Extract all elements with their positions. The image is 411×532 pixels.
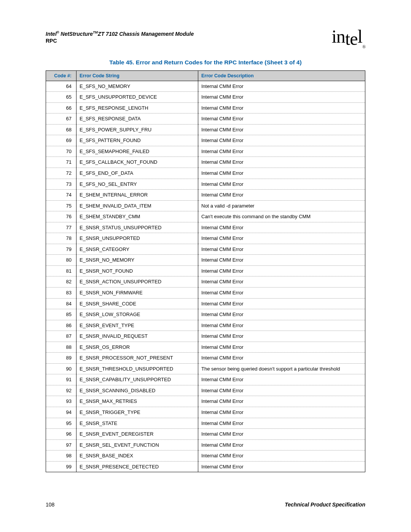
cell-string: E_SNSR_TRIGGER_TYPE bbox=[76, 407, 198, 418]
cell-code: 81 bbox=[46, 265, 76, 276]
table-row: 85E_SNSR_LOW_STORAGEInternal CMM Error bbox=[46, 309, 365, 320]
header-left: Intel® NetStructureTMZT 7102 Chassis Man… bbox=[46, 26, 194, 44]
cell-desc: Internal CMM Error bbox=[198, 168, 365, 179]
cell-code: 67 bbox=[46, 113, 76, 125]
footer-spec: Technical Product Specification bbox=[285, 502, 365, 508]
title-prefix: Intel bbox=[46, 31, 57, 37]
table-row: 69E_SFS_PATTERN_FOUNDInternal CMM Error bbox=[46, 135, 365, 146]
table-row: 77E_SNSR_STATUS_UNSUPPORTEDInternal CMM … bbox=[46, 222, 365, 233]
cell-desc: Internal CMM Error bbox=[198, 276, 365, 288]
cell-code: 78 bbox=[46, 233, 76, 244]
cell-string: E_SNSR_MAX_RETRIES bbox=[76, 396, 198, 407]
cell-desc: Internal CMM Error bbox=[198, 135, 365, 146]
cell-code: 98 bbox=[46, 451, 76, 462]
trademark-icon: TM bbox=[93, 30, 98, 34]
cell-string: E_SNSR_CATEGORY bbox=[76, 244, 198, 255]
cell-code: 92 bbox=[46, 385, 76, 396]
title-mid: NetStructure bbox=[59, 31, 93, 37]
cell-desc: Internal CMM Error bbox=[198, 124, 365, 135]
cell-desc: Internal CMM Error bbox=[198, 396, 365, 407]
cell-desc: Internal CMM Error bbox=[198, 385, 365, 396]
cell-desc: Internal CMM Error bbox=[198, 342, 365, 353]
cell-desc: Internal CMM Error bbox=[198, 374, 365, 385]
table-row: 75E_SHEM_INVALID_DATA_ITEMNot a valid -d… bbox=[46, 200, 365, 211]
cell-string: E_SNSR_EVENT_DEREGISTER bbox=[76, 429, 198, 440]
table-row: 98E_SNSR_BASE_INDEXInternal CMM Error bbox=[46, 451, 365, 462]
table-row: 82E_SNSR_ACTION_UNSUPPORTEDInternal CMM … bbox=[46, 276, 365, 288]
cell-string: E_SFS_NO_MEMORY bbox=[76, 81, 198, 92]
table-row: 89E_SNSR_PROCESSOR_NOT_PRESENTInternal C… bbox=[46, 353, 365, 364]
cell-string: E_SHEM_INVALID_DATA_ITEM bbox=[76, 200, 198, 211]
cell-string: E_SNSR_SCANNING_DISABLED bbox=[76, 385, 198, 396]
cell-string: E_SNSR_STATE bbox=[76, 418, 198, 429]
cell-string: E_SNSR_NOT_FOUND bbox=[76, 265, 198, 276]
cell-string: E_SNSR_NO_MEMORY bbox=[76, 255, 198, 266]
cell-code: 76 bbox=[46, 211, 76, 222]
col-header-string: Error Code String bbox=[76, 70, 198, 81]
cell-string: E_SNSR_THRESHOLD_UNSUPPORTED bbox=[76, 363, 198, 374]
error-codes-table: Code #: Error Code String Error Code Des… bbox=[46, 70, 365, 473]
cell-desc: Not a valid -d parameter bbox=[198, 200, 365, 211]
cell-string: E_SNSR_CAPABILITY_UNSUPPORTED bbox=[76, 374, 198, 385]
cell-desc: Internal CMM Error bbox=[198, 222, 365, 233]
document-title: Intel® NetStructureTMZT 7102 Chassis Man… bbox=[46, 30, 194, 37]
cell-desc: Internal CMM Error bbox=[198, 320, 365, 331]
cell-code: 93 bbox=[46, 396, 76, 407]
cell-string: E_SFS_NO_SEL_ENTRY bbox=[76, 179, 198, 190]
cell-code: 91 bbox=[46, 374, 76, 385]
cell-code: 80 bbox=[46, 255, 76, 266]
cell-code: 99 bbox=[46, 461, 76, 472]
table-row: 90E_SNSR_THRESHOLD_UNSUPPORTEDThe sensor… bbox=[46, 363, 365, 374]
cell-code: 97 bbox=[46, 439, 76, 451]
table-row: 71E_SFS_CALLBACK_NOT_FOUNDInternal CMM E… bbox=[46, 157, 365, 168]
table-row: 83E_SNSR_NON_FIRMWAREInternal CMM Error bbox=[46, 287, 365, 298]
cell-desc: Internal CMM Error bbox=[198, 92, 365, 103]
table-row: 78E_SNSR_UNSUPPORTEDInternal CMM Error bbox=[46, 233, 365, 244]
table-row: 84E_SNSR_SHARE_CODEInternal CMM Error bbox=[46, 298, 365, 309]
cell-string: E_SFS_SEMAPHORE_FAILED bbox=[76, 146, 198, 157]
cell-desc: Internal CMM Error bbox=[198, 102, 365, 113]
table-row: 79E_SNSR_CATEGORYInternal CMM Error bbox=[46, 244, 365, 255]
intel-logo: intel® bbox=[332, 26, 365, 48]
cell-desc: Internal CMM Error bbox=[198, 298, 365, 309]
cell-code: 96 bbox=[46, 429, 76, 440]
cell-desc: Internal CMM Error bbox=[198, 429, 365, 440]
cell-code: 95 bbox=[46, 418, 76, 429]
page-number: 108 bbox=[46, 502, 54, 508]
cell-desc: Can't execute this command on the standb… bbox=[198, 211, 365, 222]
cell-code: 86 bbox=[46, 320, 76, 331]
cell-string: E_SHEM_INTERNAL_ERROR bbox=[76, 190, 198, 201]
table-row: 65E_SFS_UNSUPPORTED_DEVICEInternal CMM E… bbox=[46, 92, 365, 103]
table-row: 91E_SNSR_CAPABILITY_UNSUPPORTEDInternal … bbox=[46, 374, 365, 385]
cell-string: E_SHEM_STANDBY_CMM bbox=[76, 211, 198, 222]
cell-desc: Internal CMM Error bbox=[198, 287, 365, 298]
cell-string: E_SFS_PATTERN_FOUND bbox=[76, 135, 198, 146]
cell-code: 69 bbox=[46, 135, 76, 146]
cell-code: 83 bbox=[46, 287, 76, 298]
cell-string: E_SNSR_LOW_STORAGE bbox=[76, 309, 198, 320]
cell-desc: Internal CMM Error bbox=[198, 407, 365, 418]
page-header: Intel® NetStructureTMZT 7102 Chassis Man… bbox=[46, 26, 365, 48]
table-row: 72E_SFS_END_OF_DATAInternal CMM Error bbox=[46, 168, 365, 179]
cell-string: E_SNSR_SEL_EVENT_FUNCTION bbox=[76, 439, 198, 451]
table-row: 88E_SNSR_OS_ERRORInternal CMM Error bbox=[46, 342, 365, 353]
table-row: 92E_SNSR_SCANNING_DISABLEDInternal CMM E… bbox=[46, 385, 365, 396]
cell-code: 79 bbox=[46, 244, 76, 255]
cell-desc: Internal CMM Error bbox=[198, 439, 365, 451]
cell-string: E_SFS_POWER_SUPPLY_FRU bbox=[76, 124, 198, 135]
cell-desc: Internal CMM Error bbox=[198, 179, 365, 190]
cell-string: E_SNSR_ACTION_UNSUPPORTED bbox=[76, 276, 198, 288]
cell-string: E_SNSR_PROCESSOR_NOT_PRESENT bbox=[76, 353, 198, 364]
table-row: 66E_SFS_RESPONSE_LENGTHInternal CMM Erro… bbox=[46, 102, 365, 113]
title-suffix: ZT 7102 Chassis Management Module bbox=[98, 31, 194, 37]
cell-desc: Internal CMM Error bbox=[198, 255, 365, 266]
cell-code: 75 bbox=[46, 200, 76, 211]
col-header-code: Code #: bbox=[46, 70, 76, 81]
table-row: 81E_SNSR_NOT_FOUNDInternal CMM Error bbox=[46, 265, 365, 276]
cell-desc: Internal CMM Error bbox=[198, 451, 365, 462]
cell-string: E_SFS_RESPONSE_DATA bbox=[76, 113, 198, 125]
cell-code: 89 bbox=[46, 353, 76, 364]
table-row: 67E_SFS_RESPONSE_DATAInternal CMM Error bbox=[46, 113, 365, 125]
cell-desc: Internal CMM Error bbox=[198, 244, 365, 255]
cell-code: 77 bbox=[46, 222, 76, 233]
